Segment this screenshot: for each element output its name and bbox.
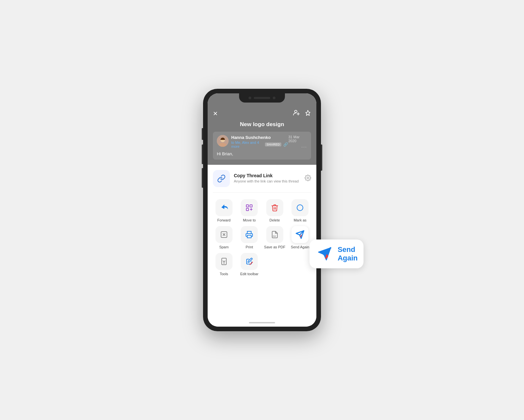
notch-dot bbox=[249, 97, 251, 99]
spam-icon-wrap bbox=[215, 226, 233, 243]
mute-button bbox=[202, 168, 203, 188]
more-options-button[interactable]: ··· bbox=[301, 144, 307, 149]
edit-toolbar-icon-wrap bbox=[241, 253, 258, 270]
email-header: ✕ bbox=[208, 93, 316, 165]
move-to-icon-wrap bbox=[241, 199, 258, 216]
send-again-bubble-icon bbox=[315, 245, 334, 263]
svg-text:PDF: PDF bbox=[273, 235, 276, 237]
mark-as-icon-wrap bbox=[291, 199, 309, 216]
svg-rect-14 bbox=[247, 235, 251, 238]
action-grid-row3: Tools Edit toolbar bbox=[213, 253, 311, 276]
copy-link-icon-wrap bbox=[213, 170, 230, 187]
spam-label: Spam bbox=[219, 245, 229, 249]
svg-point-10 bbox=[297, 205, 303, 211]
copy-thread-link-row[interactable]: Copy Thread Link Anyone with the link ca… bbox=[213, 170, 311, 193]
email-body: Hi Brian, bbox=[217, 151, 307, 156]
mark-as-label: Mark as bbox=[294, 218, 307, 222]
from-name: Hanna Sushchenko bbox=[231, 135, 288, 140]
svg-rect-8 bbox=[250, 205, 252, 207]
action-grid-row2: Spam Print bbox=[213, 226, 311, 249]
volume-up-button bbox=[202, 128, 203, 140]
move-to-label: Move to bbox=[243, 218, 256, 222]
send-again-action[interactable]: Send Again bbox=[289, 226, 311, 249]
close-button[interactable]: ✕ bbox=[213, 110, 218, 117]
send-again-label-bottom: Send Again bbox=[291, 245, 309, 249]
save-pdf-action[interactable]: PDF Save as PDF bbox=[264, 226, 286, 249]
tools-action[interactable]: Tools bbox=[213, 253, 235, 276]
delete-icon-wrap bbox=[266, 199, 283, 216]
avatar bbox=[217, 135, 229, 147]
forward-label: Forward bbox=[217, 218, 231, 222]
phone-shell: ✕ bbox=[203, 89, 321, 331]
send-again-bubble[interactable]: SendAgain bbox=[309, 239, 364, 268]
link-icon: 🔗 bbox=[283, 142, 288, 147]
pin-icon[interactable] bbox=[305, 110, 311, 118]
tools-icon-wrap bbox=[215, 253, 233, 270]
settings-icon[interactable] bbox=[305, 175, 311, 183]
print-icon-wrap bbox=[241, 226, 258, 243]
bottom-sheet: Copy Thread Link Anyone with the link ca… bbox=[208, 165, 316, 319]
svg-rect-7 bbox=[246, 205, 249, 207]
send-again-bubble-text: SendAgain bbox=[338, 245, 358, 263]
home-indicator bbox=[208, 319, 316, 327]
notch-camera bbox=[273, 97, 275, 99]
save-pdf-icon-wrap: PDF bbox=[266, 226, 283, 243]
forward-icon-wrap bbox=[215, 199, 233, 216]
power-button bbox=[321, 144, 322, 171]
add-person-icon[interactable] bbox=[293, 109, 300, 118]
print-label: Print bbox=[246, 245, 253, 249]
email-title: New logo design bbox=[213, 121, 311, 128]
delete-label: Delete bbox=[270, 218, 280, 222]
svg-point-20 bbox=[326, 255, 328, 258]
phone-notch bbox=[239, 93, 285, 103]
forward-action[interactable]: Forward bbox=[213, 199, 235, 222]
email-date: 31 Mar 2020 bbox=[288, 135, 307, 143]
print-action[interactable]: Print bbox=[238, 226, 261, 249]
action-grid-row1: Forward Move to bbox=[213, 199, 311, 222]
delete-action[interactable]: Delete bbox=[264, 199, 286, 222]
spam-action[interactable]: Spam bbox=[213, 226, 235, 249]
tools-label: Tools bbox=[220, 272, 228, 276]
notch-speaker bbox=[254, 97, 270, 99]
mark-as-action[interactable]: Mark as bbox=[289, 199, 311, 222]
home-bar bbox=[249, 322, 275, 323]
volume-down-button bbox=[202, 144, 203, 164]
move-to-action[interactable]: Move to bbox=[238, 199, 261, 222]
shared-badge: SHARED bbox=[265, 143, 282, 146]
edit-toolbar-label: Edit toolbar bbox=[240, 272, 258, 276]
copy-link-sub: Anyone with the link can view this threa… bbox=[234, 179, 301, 184]
email-message-card: Hanna Sushchenko to Me, Alex and 4 more … bbox=[213, 132, 311, 160]
svg-rect-9 bbox=[246, 208, 249, 211]
copy-link-title: Copy Thread Link bbox=[234, 173, 301, 178]
edit-toolbar-action[interactable]: Edit toolbar bbox=[238, 253, 261, 276]
to-text[interactable]: to Me, Alex and 4 more bbox=[231, 141, 263, 148]
save-pdf-label: Save as PDF bbox=[264, 245, 285, 249]
svg-point-0 bbox=[295, 110, 297, 113]
send-again-icon-wrap bbox=[291, 226, 309, 243]
svg-point-6 bbox=[307, 177, 309, 179]
